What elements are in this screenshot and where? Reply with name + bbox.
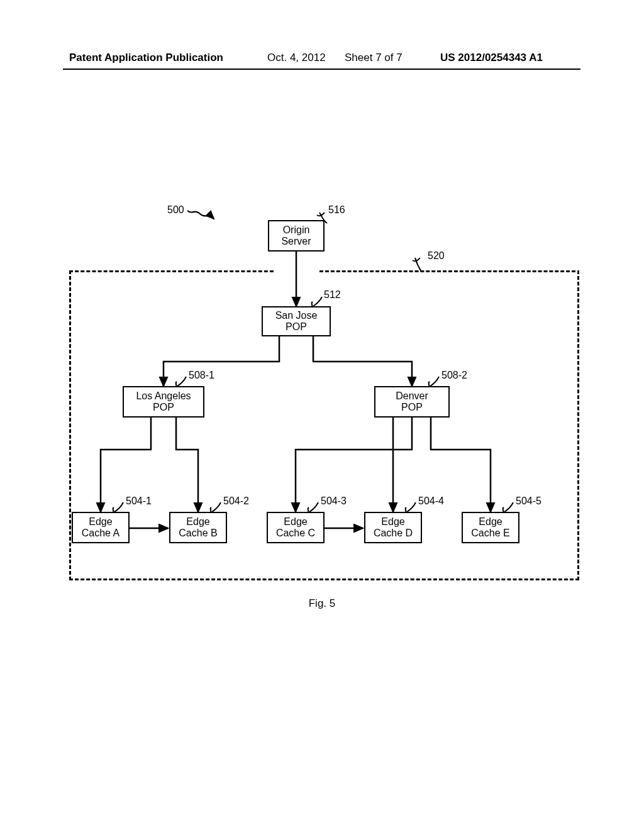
- ref-504-4: 504-4: [418, 495, 444, 507]
- figure-caption: Fig. 5: [0, 597, 644, 610]
- edge-cache-a-box: Edge Cache A: [72, 512, 130, 543]
- origin-server-box: Origin Server: [268, 220, 325, 252]
- ref-504-5: 504-5: [516, 495, 541, 507]
- edge-cache-b-box: Edge Cache B: [169, 512, 227, 543]
- edge-cache-c-box: Edge Cache C: [267, 512, 325, 543]
- los-angeles-pop-box: Los Angeles POP: [123, 386, 204, 418]
- page: Patent Application Publication Oct. 4, 2…: [0, 0, 644, 830]
- header-date: Oct. 4, 2012: [267, 52, 326, 64]
- ref-508-1: 508-1: [189, 370, 214, 381]
- page-header: Patent Application Publication Oct. 4, 2…: [0, 52, 644, 70]
- ref-520: 520: [428, 250, 445, 262]
- ref-500: 500: [167, 204, 184, 216]
- header-divider: [63, 69, 580, 70]
- denver-pop-box: Denver POP: [374, 386, 450, 418]
- ref-516: 516: [328, 204, 345, 216]
- edge-cache-d-box: Edge Cache D: [364, 512, 422, 543]
- ref-504-3: 504-3: [321, 495, 347, 507]
- ref-504-1: 504-1: [126, 495, 152, 507]
- header-publication: Patent Application Publication: [69, 52, 223, 64]
- ref-508-2: 508-2: [441, 370, 467, 381]
- ref-504-2: 504-2: [223, 495, 249, 507]
- ref-512: 512: [324, 289, 341, 301]
- header-sheet: Sheet 7 of 7: [345, 52, 402, 64]
- san-jose-pop-box: San Jose POP: [262, 306, 331, 336]
- figure-5-diagram: Origin Server San Jose POP Los Angeles P…: [63, 201, 582, 591]
- header-pubno: US 2012/0254343 A1: [440, 52, 543, 64]
- edge-cache-e-box: Edge Cache E: [462, 512, 519, 543]
